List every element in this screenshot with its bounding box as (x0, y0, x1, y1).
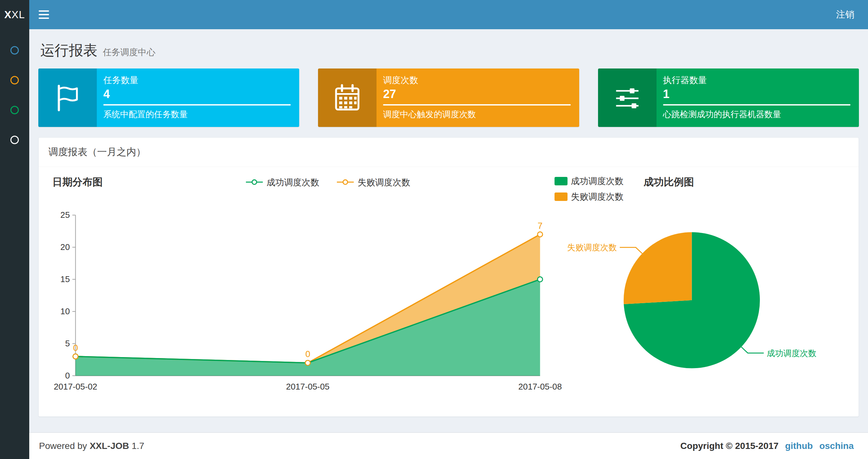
footer: Powered byXXL-JOB1.7 Copyright © 2015-20… (29, 432, 868, 459)
info-box-description: 心跳检测成功的执行器机器数量 (663, 109, 850, 120)
copyright-text: Copyright © 2015-2017 (680, 441, 778, 451)
charts-row: 日期分布图 成功调度次数 失败调度次数 0510152 (39, 167, 859, 417)
logout-link[interactable]: 注销 (823, 0, 868, 29)
info-box-description: 调度中心触发的调度次数 (383, 109, 570, 120)
svg-text:失败调度次数: 失败调度次数 (567, 243, 617, 252)
calendar-icon (318, 68, 376, 127)
legend-label: 失败调度次数 (571, 191, 623, 202)
sidebar-item-1[interactable] (10, 46, 19, 55)
sliders-icon (598, 68, 656, 127)
info-box-content: 执行器数量 1 心跳检测成功的执行器机器数量 (656, 68, 859, 127)
legend-item-fail[interactable]: 失败调度次数 (336, 176, 410, 188)
info-box-value: 27 (383, 87, 570, 101)
logo-text-bold: X (4, 9, 11, 21)
progress-bar (663, 104, 850, 105)
info-box-content: 调度次数 27 调度中心触发的调度次数 (376, 68, 579, 127)
hamburger-icon (39, 14, 49, 15)
legend-label: 失败调度次数 (358, 176, 410, 188)
swatch-icon (555, 177, 567, 185)
info-box-executors: 执行器数量 1 心跳检测成功的执行器机器数量 (598, 68, 859, 127)
content: 运行报表 任务调度中心 任务数量 4 系统中配置的任务数量 (29, 29, 868, 432)
app-name: XXL-JOB (90, 441, 129, 451)
legend-item-fail[interactable]: 失败调度次数 (555, 191, 623, 202)
svg-text:0: 0 (65, 371, 70, 381)
pie-chart-section: 成功调度次数 失败调度次数 成功比例图 成功调度次数失败调度次数 (553, 175, 849, 405)
svg-text:15: 15 (60, 274, 70, 284)
page-title: 运行报表 (40, 42, 97, 58)
top-navbar: XXL 注销 (0, 0, 868, 29)
line-marker-icon (245, 177, 264, 188)
report-panel: 调度报表（一月之内） 日期分布图 成功调度次数 失败调度次 (38, 137, 859, 417)
pie-chart-legend: 成功调度次数 失败调度次数 (553, 175, 623, 202)
info-box-triggers: 调度次数 27 调度中心触发的调度次数 (318, 68, 579, 127)
legend-label: 成功调度次数 (571, 175, 623, 187)
sidebar-menu (0, 29, 29, 144)
circle-icon (10, 106, 19, 114)
flag-icon (38, 68, 97, 127)
app-version: 1.7 (131, 441, 144, 451)
info-box-label: 任务数量 (103, 74, 291, 86)
line-chart-header: 日期分布图 成功调度次数 失败调度次数 (49, 175, 553, 201)
circle-icon (10, 46, 19, 55)
info-box-jobs: 任务数量 4 系统中配置的任务数量 (38, 68, 299, 127)
info-boxes: 任务数量 4 系统中配置的任务数量 (38, 68, 859, 127)
svg-text:20: 20 (60, 242, 70, 252)
info-box-content: 任务数量 4 系统中配置的任务数量 (97, 68, 299, 127)
legend-item-success[interactable]: 成功调度次数 (555, 175, 623, 187)
sidebar-item-3[interactable] (10, 106, 19, 114)
info-box-description: 系统中配置的任务数量 (103, 109, 291, 120)
info-box-label: 执行器数量 (663, 74, 850, 86)
powered-by-prefix: Powered by (39, 441, 87, 451)
progress-bar (383, 104, 570, 105)
sidebar (0, 29, 29, 459)
svg-text:10: 10 (60, 306, 70, 316)
svg-text:25: 25 (60, 210, 70, 220)
legend-item-success[interactable]: 成功调度次数 (245, 176, 319, 188)
info-box-value: 4 (103, 87, 291, 101)
pie-chart-title: 成功比例图 (640, 175, 694, 189)
sidebar-item-2[interactable] (10, 76, 19, 85)
legend-label: 成功调度次数 (267, 176, 319, 188)
svg-text:0: 0 (73, 343, 78, 353)
powered-by-text: Powered byXXL-JOB1.7 (39, 441, 144, 451)
hamburger-icon (39, 10, 49, 12)
panel-title: 调度报表（一月之内） (49, 146, 146, 157)
date-distribution-chart: 05101520252017-05-022017-05-052017-05-08… (49, 201, 553, 405)
circle-icon (10, 76, 19, 85)
info-box-value: 1 (663, 87, 850, 101)
page-header: 运行报表 任务调度中心 (40, 41, 857, 60)
line-marker-icon (336, 177, 354, 188)
circle-icon (10, 136, 19, 144)
svg-text:7: 7 (538, 221, 542, 231)
svg-text:成功调度次数: 成功调度次数 (767, 349, 817, 358)
info-box-label: 调度次数 (383, 74, 570, 86)
page-subtitle: 任务调度中心 (103, 47, 155, 57)
progress-bar (103, 104, 291, 105)
sidebar-item-4[interactable] (10, 136, 19, 144)
hamburger-icon (39, 18, 49, 19)
svg-text:2017-05-02: 2017-05-02 (54, 382, 97, 392)
success-ratio-pie-chart: 成功调度次数失败调度次数 (553, 202, 849, 395)
sidebar-toggle-button[interactable] (29, 0, 59, 29)
svg-text:0: 0 (305, 349, 310, 359)
swatch-icon (555, 193, 567, 201)
panel-header: 调度报表（一月之内） (39, 138, 859, 167)
line-chart-section: 日期分布图 成功调度次数 失败调度次数 0510152 (49, 175, 553, 405)
svg-text:2017-05-05: 2017-05-05 (286, 382, 330, 392)
line-chart-title: 日期分布图 (49, 175, 103, 189)
github-link[interactable]: github (785, 441, 813, 451)
app-logo[interactable]: XXL (0, 0, 29, 29)
line-chart-legend: 成功调度次数 失败调度次数 (103, 175, 553, 188)
logo-text: XL (12, 9, 25, 21)
oschina-link[interactable]: oschina (819, 441, 854, 451)
pie-chart-header: 成功调度次数 失败调度次数 成功比例图 (553, 175, 849, 202)
footer-right: Copyright © 2015-2017 github oschina (680, 441, 854, 451)
main-area: 运行报表 任务调度中心 任务数量 4 系统中配置的任务数量 (29, 29, 868, 459)
svg-text:5: 5 (65, 338, 70, 348)
